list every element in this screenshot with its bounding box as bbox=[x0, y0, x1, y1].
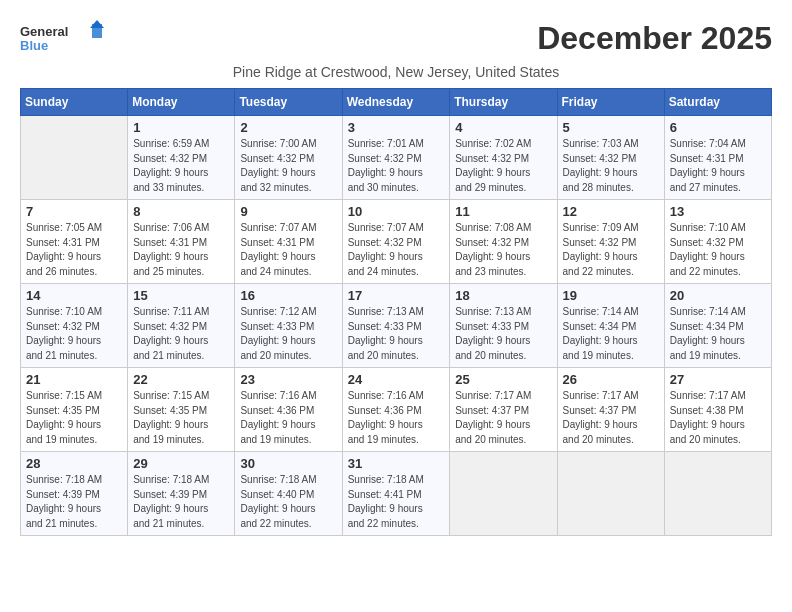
day-number: 22 bbox=[133, 372, 229, 387]
weekday-friday: Friday bbox=[557, 89, 664, 116]
calendar-cell: 21Sunrise: 7:15 AM Sunset: 4:35 PM Dayli… bbox=[21, 368, 128, 452]
day-info: Sunrise: 7:06 AM Sunset: 4:31 PM Dayligh… bbox=[133, 221, 229, 279]
day-info: Sunrise: 7:12 AM Sunset: 4:33 PM Dayligh… bbox=[240, 305, 336, 363]
weekday-sunday: Sunday bbox=[21, 89, 128, 116]
logo-svg: General Blue bbox=[20, 20, 110, 60]
calendar-cell: 15Sunrise: 7:11 AM Sunset: 4:32 PM Dayli… bbox=[128, 284, 235, 368]
day-info: Sunrise: 7:18 AM Sunset: 4:39 PM Dayligh… bbox=[133, 473, 229, 531]
day-info: Sunrise: 7:00 AM Sunset: 4:32 PM Dayligh… bbox=[240, 137, 336, 195]
day-info: Sunrise: 7:07 AM Sunset: 4:32 PM Dayligh… bbox=[348, 221, 445, 279]
day-number: 3 bbox=[348, 120, 445, 135]
day-number: 8 bbox=[133, 204, 229, 219]
day-number: 6 bbox=[670, 120, 766, 135]
weekday-tuesday: Tuesday bbox=[235, 89, 342, 116]
day-number: 19 bbox=[563, 288, 659, 303]
calendar-table: SundayMondayTuesdayWednesdayThursdayFrid… bbox=[20, 88, 772, 536]
logo: General Blue bbox=[20, 20, 110, 60]
day-number: 12 bbox=[563, 204, 659, 219]
day-number: 2 bbox=[240, 120, 336, 135]
week-row-1: 1Sunrise: 6:59 AM Sunset: 4:32 PM Daylig… bbox=[21, 116, 772, 200]
day-info: Sunrise: 7:11 AM Sunset: 4:32 PM Dayligh… bbox=[133, 305, 229, 363]
day-number: 10 bbox=[348, 204, 445, 219]
week-row-5: 28Sunrise: 7:18 AM Sunset: 4:39 PM Dayli… bbox=[21, 452, 772, 536]
calendar-cell: 2Sunrise: 7:00 AM Sunset: 4:32 PM Daylig… bbox=[235, 116, 342, 200]
day-info: Sunrise: 7:15 AM Sunset: 4:35 PM Dayligh… bbox=[26, 389, 122, 447]
day-info: Sunrise: 7:17 AM Sunset: 4:38 PM Dayligh… bbox=[670, 389, 766, 447]
calendar-cell: 9Sunrise: 7:07 AM Sunset: 4:31 PM Daylig… bbox=[235, 200, 342, 284]
day-number: 1 bbox=[133, 120, 229, 135]
calendar-cell: 19Sunrise: 7:14 AM Sunset: 4:34 PM Dayli… bbox=[557, 284, 664, 368]
day-number: 14 bbox=[26, 288, 122, 303]
calendar-cell: 6Sunrise: 7:04 AM Sunset: 4:31 PM Daylig… bbox=[664, 116, 771, 200]
calendar-cell: 12Sunrise: 7:09 AM Sunset: 4:32 PM Dayli… bbox=[557, 200, 664, 284]
calendar-cell: 23Sunrise: 7:16 AM Sunset: 4:36 PM Dayli… bbox=[235, 368, 342, 452]
calendar-cell: 29Sunrise: 7:18 AM Sunset: 4:39 PM Dayli… bbox=[128, 452, 235, 536]
day-info: Sunrise: 7:13 AM Sunset: 4:33 PM Dayligh… bbox=[455, 305, 551, 363]
weekday-monday: Monday bbox=[128, 89, 235, 116]
day-number: 29 bbox=[133, 456, 229, 471]
day-number: 20 bbox=[670, 288, 766, 303]
day-number: 5 bbox=[563, 120, 659, 135]
day-info: Sunrise: 7:16 AM Sunset: 4:36 PM Dayligh… bbox=[348, 389, 445, 447]
calendar-cell: 25Sunrise: 7:17 AM Sunset: 4:37 PM Dayli… bbox=[450, 368, 557, 452]
day-info: Sunrise: 7:16 AM Sunset: 4:36 PM Dayligh… bbox=[240, 389, 336, 447]
day-info: Sunrise: 7:03 AM Sunset: 4:32 PM Dayligh… bbox=[563, 137, 659, 195]
calendar-cell: 22Sunrise: 7:15 AM Sunset: 4:35 PM Dayli… bbox=[128, 368, 235, 452]
calendar-cell: 11Sunrise: 7:08 AM Sunset: 4:32 PM Dayli… bbox=[450, 200, 557, 284]
week-row-3: 14Sunrise: 7:10 AM Sunset: 4:32 PM Dayli… bbox=[21, 284, 772, 368]
calendar-cell bbox=[664, 452, 771, 536]
day-info: Sunrise: 6:59 AM Sunset: 4:32 PM Dayligh… bbox=[133, 137, 229, 195]
day-info: Sunrise: 7:18 AM Sunset: 4:39 PM Dayligh… bbox=[26, 473, 122, 531]
day-number: 21 bbox=[26, 372, 122, 387]
day-number: 17 bbox=[348, 288, 445, 303]
calendar-cell: 24Sunrise: 7:16 AM Sunset: 4:36 PM Dayli… bbox=[342, 368, 450, 452]
calendar-cell: 20Sunrise: 7:14 AM Sunset: 4:34 PM Dayli… bbox=[664, 284, 771, 368]
day-info: Sunrise: 7:13 AM Sunset: 4:33 PM Dayligh… bbox=[348, 305, 445, 363]
day-number: 7 bbox=[26, 204, 122, 219]
svg-text:General: General bbox=[20, 24, 68, 39]
calendar-cell: 18Sunrise: 7:13 AM Sunset: 4:33 PM Dayli… bbox=[450, 284, 557, 368]
day-number: 4 bbox=[455, 120, 551, 135]
day-number: 15 bbox=[133, 288, 229, 303]
day-number: 26 bbox=[563, 372, 659, 387]
day-info: Sunrise: 7:18 AM Sunset: 4:41 PM Dayligh… bbox=[348, 473, 445, 531]
calendar-cell bbox=[557, 452, 664, 536]
calendar-cell: 10Sunrise: 7:07 AM Sunset: 4:32 PM Dayli… bbox=[342, 200, 450, 284]
calendar-cell: 27Sunrise: 7:17 AM Sunset: 4:38 PM Dayli… bbox=[664, 368, 771, 452]
day-number: 24 bbox=[348, 372, 445, 387]
day-info: Sunrise: 7:17 AM Sunset: 4:37 PM Dayligh… bbox=[563, 389, 659, 447]
day-info: Sunrise: 7:14 AM Sunset: 4:34 PM Dayligh… bbox=[670, 305, 766, 363]
weekday-wednesday: Wednesday bbox=[342, 89, 450, 116]
day-number: 13 bbox=[670, 204, 766, 219]
calendar-cell bbox=[450, 452, 557, 536]
calendar-cell: 8Sunrise: 7:06 AM Sunset: 4:31 PM Daylig… bbox=[128, 200, 235, 284]
calendar-cell bbox=[21, 116, 128, 200]
week-row-4: 21Sunrise: 7:15 AM Sunset: 4:35 PM Dayli… bbox=[21, 368, 772, 452]
day-number: 31 bbox=[348, 456, 445, 471]
day-info: Sunrise: 7:08 AM Sunset: 4:32 PM Dayligh… bbox=[455, 221, 551, 279]
calendar-cell: 28Sunrise: 7:18 AM Sunset: 4:39 PM Dayli… bbox=[21, 452, 128, 536]
day-info: Sunrise: 7:05 AM Sunset: 4:31 PM Dayligh… bbox=[26, 221, 122, 279]
day-number: 18 bbox=[455, 288, 551, 303]
weekday-header-row: SundayMondayTuesdayWednesdayThursdayFrid… bbox=[21, 89, 772, 116]
calendar-cell: 16Sunrise: 7:12 AM Sunset: 4:33 PM Dayli… bbox=[235, 284, 342, 368]
calendar-cell: 26Sunrise: 7:17 AM Sunset: 4:37 PM Dayli… bbox=[557, 368, 664, 452]
calendar-cell: 13Sunrise: 7:10 AM Sunset: 4:32 PM Dayli… bbox=[664, 200, 771, 284]
day-info: Sunrise: 7:09 AM Sunset: 4:32 PM Dayligh… bbox=[563, 221, 659, 279]
day-info: Sunrise: 7:01 AM Sunset: 4:32 PM Dayligh… bbox=[348, 137, 445, 195]
svg-text:Blue: Blue bbox=[20, 38, 48, 53]
day-number: 9 bbox=[240, 204, 336, 219]
day-number: 30 bbox=[240, 456, 336, 471]
day-info: Sunrise: 7:02 AM Sunset: 4:32 PM Dayligh… bbox=[455, 137, 551, 195]
day-info: Sunrise: 7:18 AM Sunset: 4:40 PM Dayligh… bbox=[240, 473, 336, 531]
day-info: Sunrise: 7:15 AM Sunset: 4:35 PM Dayligh… bbox=[133, 389, 229, 447]
day-info: Sunrise: 7:17 AM Sunset: 4:37 PM Dayligh… bbox=[455, 389, 551, 447]
day-info: Sunrise: 7:10 AM Sunset: 4:32 PM Dayligh… bbox=[670, 221, 766, 279]
calendar-cell: 3Sunrise: 7:01 AM Sunset: 4:32 PM Daylig… bbox=[342, 116, 450, 200]
calendar-cell: 30Sunrise: 7:18 AM Sunset: 4:40 PM Dayli… bbox=[235, 452, 342, 536]
calendar-cell: 1Sunrise: 6:59 AM Sunset: 4:32 PM Daylig… bbox=[128, 116, 235, 200]
week-row-2: 7Sunrise: 7:05 AM Sunset: 4:31 PM Daylig… bbox=[21, 200, 772, 284]
weekday-thursday: Thursday bbox=[450, 89, 557, 116]
day-number: 28 bbox=[26, 456, 122, 471]
day-number: 11 bbox=[455, 204, 551, 219]
